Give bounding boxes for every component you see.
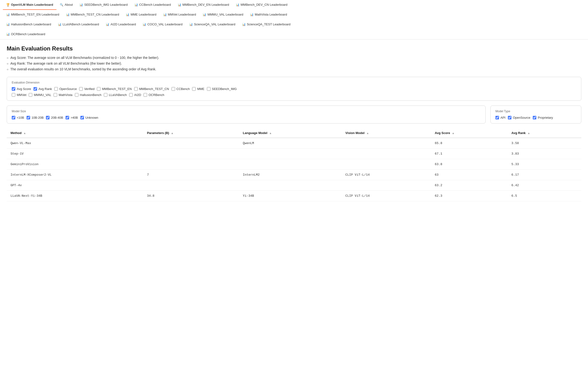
sort-arrow-avg-rank: ▲ xyxy=(527,132,530,134)
checkbox-api[interactable]: API xyxy=(495,116,505,119)
checkbox-hallusion[interactable]: HallusionBench xyxy=(75,93,102,97)
col-language-model[interactable]: Language Model ▲ xyxy=(239,128,342,138)
tab-coco-val[interactable]: 📊 COCO_VAL Leaderboard xyxy=(139,20,186,29)
checkbox-20b-40b[interactable]: 20B-40B xyxy=(46,116,63,119)
bar-icon-mme: 📊 xyxy=(126,13,129,16)
tab-scienceqa-val[interactable]: 📊 ScienceQA_VAL Leaderboard xyxy=(186,20,239,29)
checkbox-mmbench-test-cn[interactable]: MMBench_TEST_CN xyxy=(134,87,169,91)
tab-mmbench-test-cn[interactable]: 📊 MMBench_TEST_CN Leaderboard xyxy=(63,10,123,20)
tab-ccbench[interactable]: 📊 CCBench Leaderboard xyxy=(131,0,174,10)
cell-language_model-3: InternLM2 xyxy=(239,170,342,180)
cell-avg_rank-0: 3.58 xyxy=(508,138,581,149)
col-avg-score[interactable]: Avg Score ▲ xyxy=(431,128,508,138)
cell-avg_score-5: 62.3 xyxy=(431,191,508,201)
eval-dim-row2: MMVet MMMU_VAL MathVista HallusionBench … xyxy=(12,93,576,97)
tab-mathvista-label: MathVista Leaderboard xyxy=(255,13,287,16)
tab-llavabench[interactable]: 📊 LLaVABench Leaderboard xyxy=(55,20,102,29)
checkbox-lt10b[interactable]: <10B xyxy=(12,116,24,119)
tab-cc-label: CCBench Leaderboard xyxy=(139,3,171,6)
col-parameters[interactable]: Parameters (B) ▲ xyxy=(143,128,239,138)
checkbox-mme[interactable]: MME xyxy=(192,87,204,91)
desc-overall: The overall evaluation results on 10 VLM… xyxy=(7,67,581,71)
bar-icon-hallusion: 📊 xyxy=(6,23,10,26)
tab-mmvet[interactable]: 📊 MMVet Leaderboard xyxy=(160,10,200,20)
sort-arrow-method: ▲ xyxy=(23,132,26,134)
checkbox-avg-rank[interactable]: Avg Rank xyxy=(34,87,52,91)
checkbox-ccbench[interactable]: CCBench xyxy=(171,87,190,91)
sort-arrow-parameters: ▲ xyxy=(171,132,174,134)
tab-ocrbench-label: OCRBench Leaderboard xyxy=(11,32,45,36)
tab-hallusion[interactable]: 📊 HallusionBench Leaderboard xyxy=(3,20,55,29)
table-row: InternLM-XComposer2-VL7InternLM2CLIP ViT… xyxy=(7,170,581,180)
cell-method-3: InternLM-XComposer2-VL xyxy=(7,170,143,180)
tab-mmbench-dev-cn[interactable]: 📊 MMBench_DEV_CN Leaderboard xyxy=(232,0,291,10)
cell-parameters-2 xyxy=(143,159,239,170)
checkbox-llavabench[interactable]: LLaVABench xyxy=(104,93,127,97)
checkbox-mmmu-val[interactable]: MMMU_VAL xyxy=(29,93,51,97)
model-filters: Model Size <10B 10B-20B 20B-40B >40B Unk… xyxy=(7,106,581,123)
cell-avg_score-2: 63.8 xyxy=(431,159,508,170)
cell-parameters-0 xyxy=(143,138,239,149)
tab-mmmu-val[interactable]: 📊 MMMU_VAL Leaderboard xyxy=(199,10,247,20)
cell-method-1: Step-1V xyxy=(7,149,143,159)
tab-about[interactable]: 🔍 About xyxy=(57,0,76,10)
col-avg-rank[interactable]: Avg Rank ▲ xyxy=(508,128,581,138)
checkbox-type-opensource[interactable]: OpenSource xyxy=(508,116,530,119)
bar-icon-ocrbench: 📊 xyxy=(6,33,10,36)
tab-mmbench-dev-en[interactable]: 📊 MMBench_DEV_EN Leaderboard xyxy=(174,0,232,10)
tab-ai2d[interactable]: 📊 AI2D Leaderboard xyxy=(102,20,139,29)
checkbox-10b-20b[interactable]: 10B-20B xyxy=(26,116,44,119)
checkbox-mathvista[interactable]: MathVista xyxy=(54,93,72,97)
cell-avg_score-1: 67.1 xyxy=(431,149,508,159)
cell-language_model-5: Yi-34B xyxy=(239,191,342,201)
checkbox-mmvet[interactable]: MMVet xyxy=(12,93,26,97)
page-title: Main Evaluation Results xyxy=(7,45,581,52)
checkbox-unknown[interactable]: Unknown xyxy=(80,116,98,119)
sort-arrow-avg-score: ▲ xyxy=(452,132,455,134)
tab-main-leaderboard[interactable]: 🏆 OpenVLM Main Leaderboard xyxy=(3,0,57,10)
search-icon: 🔍 xyxy=(60,3,63,6)
tab-mmvet-label: MMVet Leaderboard xyxy=(168,13,196,16)
model-type-label: Model Type xyxy=(495,110,576,113)
tab-coco-label: COCO_VAL Leaderboard xyxy=(147,22,183,26)
tab-scienceqa-val-label: ScienceQA_VAL Leaderboard xyxy=(194,22,235,26)
table-row: Step-1V67.13.83 xyxy=(7,149,581,159)
checkbox-verified[interactable]: Verified xyxy=(79,87,94,91)
checkbox-mmbench-test-en[interactable]: MMBench_TEST_EN xyxy=(97,87,132,91)
tab-seedbench[interactable]: 📊 SEEDBench_IMG Leaderboard xyxy=(76,0,131,10)
col-method[interactable]: Method ▲ xyxy=(7,128,143,138)
cell-parameters-5: 34.8 xyxy=(143,191,239,201)
table-body: Qwen-VL-MaxQwenLM65.83.58Step-1V67.13.83… xyxy=(7,138,581,201)
tab-scienceqa-test-label: ScienceQA_TEST Leaderboard xyxy=(247,22,291,26)
tab-seed-label: SEEDBench_IMG Leaderboard xyxy=(84,3,127,6)
cell-vision_model-1 xyxy=(342,149,431,159)
tab-about-label: About xyxy=(64,3,73,6)
tab-mme[interactable]: 📊 MME Leaderboard xyxy=(123,10,160,20)
checkbox-avg-score[interactable]: Avg Score xyxy=(12,87,31,91)
bar-icon-cc: 📊 xyxy=(134,3,138,6)
model-size-row: <10B 10B-20B 20B-40B >40B Unknown xyxy=(12,116,481,119)
tab-hallusion-label: HallusionBench Leaderboard xyxy=(11,22,51,26)
tab-mme-label: MME Leaderboard xyxy=(131,13,156,16)
cell-parameters-4 xyxy=(143,180,239,191)
cell-avg_rank-2: 5.33 xyxy=(508,159,581,170)
desc-avg-rank: Avg Rank: The average rank on all VLM Be… xyxy=(7,62,581,65)
col-vision-model[interactable]: Vision Model ▲ xyxy=(342,128,431,138)
checkbox-proprietary[interactable]: Proprietary xyxy=(533,116,553,119)
tab-ocrbench[interactable]: 📊 OCRBench Leaderboard xyxy=(3,29,49,39)
checkbox-ai2d[interactable]: AI2D xyxy=(129,93,141,97)
tab-mmbench-test-cn-label: MMBench_TEST_CN Leaderboard xyxy=(71,13,119,16)
eval-dim-label: Evaluation Dimension xyxy=(12,81,576,84)
checkbox-gt40b[interactable]: >40B xyxy=(65,116,78,119)
checkbox-opensource[interactable]: OpenSource xyxy=(54,87,77,91)
checkbox-ocrbench[interactable]: OCRBench xyxy=(144,93,164,97)
eval-dim-row1: Avg Score Avg Rank OpenSource Verified M… xyxy=(12,87,576,91)
table-header: Method ▲ Parameters (B) ▲ Language Model… xyxy=(7,128,581,138)
tab-mmbench-test-en[interactable]: 📊 MMBench_TEST_EN Leaderboard xyxy=(3,10,63,20)
cell-method-2: GeminiProVision xyxy=(7,159,143,170)
tab-mathvista[interactable]: 📊 MathVista Leaderboard xyxy=(247,10,290,20)
bar-icon-mathvista: 📊 xyxy=(250,13,253,16)
bar-icon-coco: 📊 xyxy=(143,23,146,26)
tab-scienceqa-test[interactable]: 📊 ScienceQA_TEST Leaderboard xyxy=(239,20,294,29)
checkbox-seedbench-img[interactable]: SEEDBench_IMG xyxy=(207,87,237,91)
